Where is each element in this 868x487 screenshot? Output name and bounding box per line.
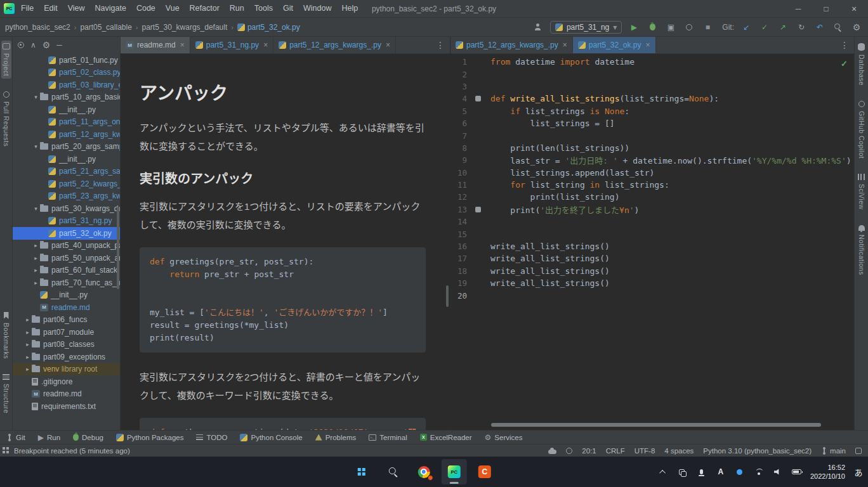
status-item-4-spaces[interactable]: 4 spaces (664, 447, 694, 455)
menu-navigate[interactable]: Navigate (90, 0, 131, 17)
status-item-python-3-10-python-basic-sec2-[interactable]: Python 3.10 (python_basic_sec2) (703, 447, 812, 455)
editor-tab[interactable]: part5_32_ok.py× (573, 37, 656, 53)
tool-strip-item-sciview[interactable]: SciView (857, 171, 867, 212)
menu-edit[interactable]: Edit (39, 0, 63, 17)
gutter-mark-icon[interactable] (475, 207, 481, 212)
search-everywhere-button[interactable] (832, 21, 845, 34)
tree-chevron-icon[interactable]: ▾ (32, 205, 40, 212)
tree-item[interactable]: ▸part06_funcs (13, 314, 120, 327)
user-icon[interactable] (532, 21, 544, 34)
tree-chevron-icon[interactable]: ▸ (32, 280, 40, 286)
tree-chevron-icon[interactable]: ▾ (32, 94, 40, 100)
editor-hscrollbar-thumb[interactable] (491, 423, 821, 427)
git-push-button[interactable]: ↗ (777, 21, 789, 34)
status-item[interactable] (855, 448, 862, 454)
breadcrumb-item[interactable]: python_basic_sec2 (5, 23, 70, 32)
menu-help[interactable]: Help (336, 0, 363, 17)
tree-item[interactable]: part5_31_ng.py (13, 215, 120, 228)
breadcrumb-item[interactable]: part05_callable (80, 23, 131, 32)
history-button[interactable]: ↻ (795, 21, 808, 34)
tree-item[interactable]: ▸part07_module (13, 326, 120, 339)
tool-strip-item-database[interactable]: Database (857, 41, 867, 88)
tree-item[interactable]: Mreadme.md (13, 301, 120, 314)
tree-item[interactable]: ▾part5_10_args_basic (13, 91, 120, 104)
tool-strip-item-structure[interactable]: Structure (1, 372, 11, 416)
tree-chevron-icon[interactable]: ▸ (23, 329, 32, 335)
menu-file[interactable]: File (16, 0, 39, 17)
breadcrumb-item[interactable]: part5_30_kwargs_default (142, 23, 228, 32)
tree-chevron-icon[interactable]: ▸ (32, 242, 40, 249)
status-item[interactable] (566, 448, 572, 454)
tree-chevron-icon[interactable]: ▸ (32, 267, 40, 273)
tray-overflow-chevron-icon[interactable] (658, 459, 669, 484)
tree-chevron-icon[interactable]: ▸ (23, 341, 32, 347)
menu-refactor[interactable]: Refactor (185, 0, 225, 17)
run-button[interactable]: ▶ (628, 21, 640, 34)
tool-window-button-python-console[interactable]: Python Console (240, 434, 302, 441)
tab-close-icon[interactable]: × (179, 41, 185, 49)
tree-item[interactable]: ▸part5_60_full_stack (13, 264, 120, 277)
microphone-icon[interactable] (696, 459, 707, 484)
git-commit-button[interactable]: ✓ (758, 21, 771, 34)
tree-item[interactable]: Mreadme.md (13, 388, 120, 401)
tool-strip-item-pull-requests[interactable]: Pull Requests (1, 89, 11, 149)
tree-item[interactable]: part5_03_library_ex (13, 79, 120, 91)
minimize-button[interactable]: ─ (784, 0, 812, 17)
tree-item[interactable]: __init__.py (13, 153, 120, 166)
markdown-preview[interactable]: アンパック アンパックという手法で、リストやタプル等、あるいは辞書等を引数に変換… (121, 54, 450, 430)
c-app-button[interactable]: C (472, 459, 497, 484)
tree-item[interactable]: ▸part09_exceptions (13, 351, 120, 363)
taskbar-search-button[interactable] (381, 459, 406, 484)
tree-item[interactable]: ▾part5_20_args_sample (13, 141, 120, 153)
pycharm-app-button[interactable]: PC (442, 459, 467, 484)
tree-item[interactable]: __init__.py (13, 103, 120, 116)
ime-mode-icon[interactable]: A (715, 459, 727, 484)
run-config-select[interactable]: part5_31_ng ▾ (550, 21, 622, 34)
tool-window-button-todo[interactable]: TODO (196, 434, 227, 441)
debug-button[interactable] (646, 21, 659, 34)
tool-window-button-python-packages[interactable]: Python Packages (116, 434, 184, 441)
code-editor[interactable]: 1from datetime import datetime234def wri… (450, 54, 854, 430)
tab-close-icon[interactable]: × (645, 41, 650, 49)
tool-window-button-excelreader[interactable]: XExcelReader (420, 434, 472, 441)
ime-japanese-icon[interactable]: あ (853, 459, 864, 484)
tree-item[interactable]: __init__.py (13, 289, 120, 302)
tool-strip-item-project[interactable]: Project (1, 41, 11, 79)
stop-button[interactable]: ■ (701, 21, 714, 34)
editor-tab[interactable]: part5_31_ng.py× (190, 37, 273, 53)
tree-item[interactable]: part5_12_args_kwargs_.py (13, 128, 120, 141)
hide-panel-icon[interactable]: ─ (56, 41, 62, 49)
tab-options-kebab-icon[interactable]: ⋮ (835, 37, 854, 53)
tool-strip-item-bookmarks[interactable]: Bookmarks (1, 309, 11, 361)
taskbar-clock[interactable]: 16:52 2022/10/10 (810, 463, 845, 481)
menu-tools[interactable]: Tools (249, 0, 278, 17)
tree-item[interactable]: part5_02_class.py (13, 67, 120, 79)
tree-item[interactable]: .gitignore (13, 375, 120, 388)
tree-chevron-icon[interactable]: ▸ (23, 354, 32, 360)
tab-close-icon[interactable]: × (562, 41, 567, 49)
menu-git[interactable]: Git (278, 0, 298, 17)
menu-run[interactable]: Run (225, 0, 249, 17)
tree-chevron-icon[interactable]: ▸ (32, 255, 40, 261)
tree-scrollbar-thumb[interactable] (117, 207, 119, 289)
maximize-button[interactable]: □ (812, 0, 840, 17)
tray-windows-icon[interactable] (677, 459, 688, 484)
menu-view[interactable]: View (63, 0, 90, 17)
status-item-crlf[interactable]: CRLF (606, 447, 625, 455)
volume-icon[interactable] (772, 459, 784, 484)
tool-window-button-terminal[interactable]: >_Terminal (369, 434, 407, 441)
panel-settings-gear-icon[interactable]: ⚙ (43, 41, 51, 49)
tree-item[interactable]: part5_22_kwargs_sample.py (13, 178, 120, 190)
menu-window[interactable]: Window (298, 0, 336, 17)
git-update-button[interactable]: ↙ (740, 21, 753, 34)
tab-options-kebab-icon[interactable]: ⋮ (431, 37, 450, 53)
menu-code[interactable]: Code (131, 0, 161, 17)
tool-window-button-git[interactable]: Git (6, 434, 25, 441)
tree-item[interactable]: ▸part5_40_unpack_para (13, 240, 120, 252)
tree-item[interactable]: requirements.txt (13, 400, 120, 413)
tool-strip-item-github-copilot[interactable]: GitHub Copilot (857, 98, 867, 161)
tree-item[interactable]: part5_32_ok.py (13, 227, 120, 240)
breadcrumb-item[interactable]: part5_32_ok.py (237, 23, 300, 32)
rollback-button[interactable]: ↶ (813, 21, 826, 34)
tool-window-button-problems[interactable]: Problems (315, 434, 357, 441)
